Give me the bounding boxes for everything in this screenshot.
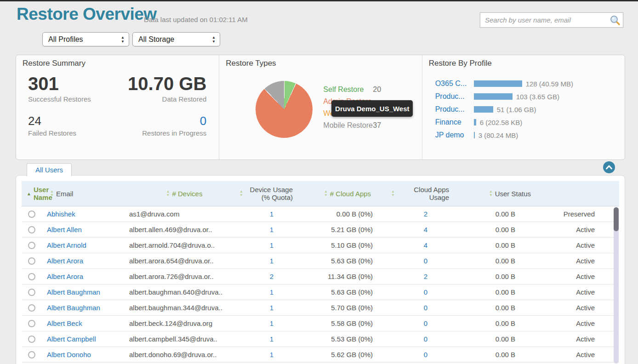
restores-in-progress-link[interactable]: 0 xyxy=(117,114,206,128)
user-name-link[interactable]: Albert Campbell xyxy=(47,335,96,343)
sort-down-icon: ▼ xyxy=(391,193,395,197)
devices-link[interactable]: 1 xyxy=(270,210,273,218)
devices-link[interactable]: 1 xyxy=(270,351,273,358)
user-name-cell: Albert Arora xyxy=(42,257,129,265)
storage-select[interactable]: All Storage ▲▼ xyxy=(132,32,220,46)
column-header-devices[interactable]: ▲▼# Devices xyxy=(129,190,239,198)
devices-link[interactable]: 1 xyxy=(270,319,273,327)
email-cell: albert.donoho.69@druva.or.. xyxy=(129,351,239,358)
column-header-label: # Devices xyxy=(172,190,203,198)
user-name-link[interactable]: Albert Allen xyxy=(47,226,82,233)
user-status-cell: Active xyxy=(534,273,600,280)
column-header-device_usage[interactable]: ▲▼Device Usage (% Quota) xyxy=(239,186,304,201)
profile-link[interactable]: Finance xyxy=(435,118,474,126)
sort-down-icon: ▼ xyxy=(324,193,328,197)
tab-all-users[interactable]: All Users xyxy=(27,163,72,176)
cloud-apps-link[interactable]: 4 xyxy=(424,241,427,249)
user-name-link[interactable]: Albert Donoho xyxy=(47,351,91,358)
cloud-apps-link[interactable]: 0 xyxy=(424,335,427,343)
user-name-link[interactable]: Albert Arora xyxy=(47,273,83,280)
user-name-link[interactable]: Albert Beck xyxy=(47,319,82,327)
search-box[interactable] xyxy=(480,12,623,28)
device-usage-cell: 5.63 GB (0%) xyxy=(304,257,391,265)
sort-down-icon: ▼ xyxy=(50,193,54,197)
profile-link[interactable]: JP demo xyxy=(435,131,474,139)
column-header-label: # Cloud Apps xyxy=(330,190,371,198)
sort-icon[interactable]: ▲▼ xyxy=(166,190,170,197)
user-status-cell: Active xyxy=(534,226,600,233)
row-radio-button[interactable] xyxy=(28,257,35,265)
row-radio-button[interactable] xyxy=(28,336,35,343)
column-header-user_name[interactable]: ▲User Name xyxy=(22,186,42,201)
table-scrollbar-track[interactable] xyxy=(614,207,619,364)
radio-cell xyxy=(22,210,42,218)
row-radio-button[interactable] xyxy=(28,273,35,280)
user-name-link[interactable]: Albert Arnold xyxy=(47,241,86,249)
cloud-apps-cell: 0 xyxy=(391,288,460,296)
legend-value: 20 xyxy=(373,85,381,94)
devices-cell: 2 xyxy=(239,273,304,280)
table-scrollbar-thumb[interactable] xyxy=(614,207,619,231)
sort-icon[interactable]: ▲▼ xyxy=(324,190,328,197)
search-icon[interactable] xyxy=(609,14,621,26)
profile-link[interactable]: Produc... xyxy=(435,92,474,101)
cloud-apps-link[interactable]: 0 xyxy=(424,351,427,358)
row-radio-button[interactable] xyxy=(28,289,35,296)
column-header-cloud_apps[interactable]: ▲▼# Cloud Apps xyxy=(304,190,391,198)
cloud-apps-link[interactable]: 2 xyxy=(424,273,427,280)
user-name-cell: Albert Arora xyxy=(42,273,129,280)
restore-types-panel: Restore Types Self Restore20Admin Restor… xyxy=(219,55,422,159)
devices-link[interactable]: 1 xyxy=(270,335,273,343)
sort-icon[interactable]: ▲▼ xyxy=(391,190,395,197)
radio-cell xyxy=(22,304,42,312)
devices-link[interactable]: 2 xyxy=(270,273,273,280)
cloud-apps-link[interactable]: 0 xyxy=(424,257,427,265)
column-header-email[interactable]: ▲▼Email xyxy=(42,190,129,198)
profile-link[interactable]: O365 C... xyxy=(435,80,474,88)
devices-link[interactable]: 1 xyxy=(270,257,273,265)
row-radio-button[interactable] xyxy=(28,210,35,218)
sort-icon[interactable]: ▲▼ xyxy=(489,190,493,197)
sort-icon[interactable]: ▲▼ xyxy=(239,190,243,197)
legend-row: Self Restore20 xyxy=(323,84,381,96)
profile-link[interactable]: Produc... xyxy=(435,105,474,114)
row-radio-button[interactable] xyxy=(28,226,35,233)
profile-bar xyxy=(474,106,493,113)
profiles-select[interactable]: All Profiles ▲▼ xyxy=(42,32,129,46)
user-name-link[interactable]: Abhishek xyxy=(47,210,75,218)
cloud-apps-link[interactable]: 4 xyxy=(424,226,427,233)
successful-restores-label: Successful Restores xyxy=(28,95,117,103)
column-header-cloud_apps_usage[interactable]: ▲▼Cloud Apps Usage xyxy=(391,186,460,201)
user-name-link[interactable]: Albert Baughman xyxy=(47,304,100,312)
email-cell: albert.baughman.344@druva.. xyxy=(129,304,239,312)
cloud-apps-link[interactable]: 0 xyxy=(424,319,427,327)
table-row: Albert Aroraalbert.arora.654@druva.or..1… xyxy=(22,253,619,269)
cloud-apps-link[interactable]: 0 xyxy=(424,288,427,296)
collapse-panel-button[interactable] xyxy=(603,161,615,173)
cloud-apps-link[interactable]: 0 xyxy=(424,304,427,312)
storage-tooltip: Druva Demo_US_West xyxy=(331,100,413,117)
device-usage-cell: 5.10 GB (0%) xyxy=(304,241,391,249)
user-name-link[interactable]: Albert Baughman xyxy=(47,288,100,296)
restore-types-pie[interactable] xyxy=(256,81,313,138)
cloud-apps-link[interactable]: 2 xyxy=(424,210,427,218)
row-radio-button[interactable] xyxy=(28,351,35,358)
column-header-user_status[interactable]: ▲▼User Status xyxy=(460,190,534,198)
legend-value: 37 xyxy=(373,121,381,130)
page-title: Restore Overview xyxy=(17,5,157,24)
devices-link[interactable]: 1 xyxy=(270,304,273,312)
row-radio-button[interactable] xyxy=(28,304,35,312)
radio-cell xyxy=(22,351,42,358)
search-input[interactable] xyxy=(480,16,609,24)
row-radio-button[interactable] xyxy=(28,242,35,249)
profile-bar xyxy=(474,119,476,125)
devices-link[interactable]: 1 xyxy=(270,226,273,233)
sort-icon[interactable]: ▲▼ xyxy=(50,190,54,197)
row-radio-button[interactable] xyxy=(28,320,35,327)
devices-link[interactable]: 1 xyxy=(270,241,273,249)
user-name-link[interactable]: Albert Arora xyxy=(47,257,83,265)
cloud-apps-cell: 0 xyxy=(391,304,460,312)
devices-link[interactable]: 1 xyxy=(270,288,273,296)
user-name-cell: Albert Baughman xyxy=(42,304,129,312)
sort-asc-icon[interactable]: ▲ xyxy=(27,190,31,198)
